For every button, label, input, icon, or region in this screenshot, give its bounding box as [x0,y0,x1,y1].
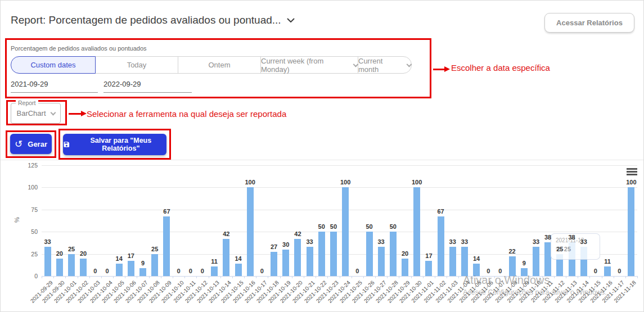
save-button[interactable]: Salvar para "Meus Relatórios" [63,134,166,155]
chart-bar[interactable] [378,247,385,276]
bar-value-label: 33 [37,238,59,245]
chart-bar[interactable] [307,247,313,276]
save-icon [63,141,70,148]
date-range-tab-group: Custom dates Today Ontem Current week (f… [11,56,412,74]
bar-value-label: 100 [406,179,428,186]
bar-value-label: 14 [227,255,250,262]
chart-bar[interactable] [235,264,242,276]
chart-bar[interactable] [425,261,432,276]
chart-bar[interactable] [330,232,337,276]
bar-value-label: 38 [537,234,559,241]
bar-value-label: 42 [286,230,309,237]
bar-value-label: 0 [608,268,631,274]
date-annotation-text: Escolher a data específica [451,63,550,73]
bar-value-label: 100 [239,179,262,186]
y-axis-label: 25 [15,251,38,257]
bar-value-label: 50 [382,223,404,230]
tab-custom-dates[interactable]: Custom dates [11,56,96,74]
bar-value-label: 67 [155,208,178,215]
bar-value-label: 0 [346,268,368,274]
chevron-down-icon [407,61,412,67]
chart-bar[interactable] [402,259,408,277]
y-axis-title: % [13,217,20,223]
gridline [42,165,637,166]
bar-value-label: 25 [143,246,166,252]
bar-value-label: 0 [584,268,607,274]
bar-value-label: 67 [430,208,452,215]
chart-bar[interactable] [247,187,254,276]
chevron-down-icon [50,110,56,115]
filter-section-label: Porcentagem de pedidos avaliados ou pont… [11,45,147,52]
report-annotation-text: Selecionar a ferramenta na qual deseja s… [87,109,286,119]
bar-value-label: 22 [501,248,524,255]
tab-ontem[interactable]: Ontem [178,56,261,74]
bar-value-label: 100 [334,179,357,186]
bar-value-label: 25 [548,246,571,252]
generate-button-label: Gerar [28,140,47,148]
report-title-dropdown[interactable]: Report: Porcentagem de pedidos avaliados… [11,14,295,26]
save-button-label: Salvar para "Meus Relatórios" [75,137,166,152]
chevron-down-icon [287,18,295,23]
tab-label: Custom dates [30,61,75,69]
y-axis-label: 100 [15,184,38,191]
date-annotation-arrow [433,66,450,72]
bar-value-label: 17 [417,252,440,259]
generate-button[interactable]: ↺ Gerar [10,134,52,154]
tab-today[interactable]: Today [95,56,178,74]
bar-value-label: 33 [453,238,476,245]
report-annotation-arrow [69,111,87,116]
tab-label: Today [127,61,147,69]
gridline [42,187,637,188]
y-axis-label: 125 [15,162,38,169]
bar-value-label: 11 [203,258,226,265]
bar-value-label: 9 [132,260,154,266]
axis-tick [637,276,638,278]
date-to-input[interactable] [103,79,192,93]
bar-value-label: 33 [573,238,595,245]
windows-activation-watermark-sub: Acesse Configurações para ativar o Windo… [463,288,607,296]
tab-current-month-select[interactable]: Current month [358,56,412,74]
tab-label: Current month [358,57,403,74]
chart-bar[interactable] [628,187,634,276]
date-from-input[interactable] [11,79,98,93]
refresh-icon: ↺ [15,139,22,149]
tab-label: Ontem [208,61,230,69]
chart-bar[interactable] [282,250,289,276]
y-axis-label: 50 [15,228,38,235]
report-page: Report: Porcentagem de pedidos avaliados… [0,0,644,312]
bar-value-label: 0 [191,268,214,274]
bar-value-label: 33 [299,238,321,245]
bar-value-label: 17 [120,252,142,259]
bar-value-label: 0 [96,268,119,274]
bar-value-label: 30 [274,241,297,248]
bar-value-label: 0 [251,268,273,274]
bar-value-label: 14 [465,255,488,262]
chart-bar[interactable] [56,259,63,277]
chart-bar[interactable] [438,216,444,276]
chart-bar[interactable] [68,254,75,276]
page-title: Report: Porcentagem de pedidos avaliados… [11,14,281,26]
chart-bar[interactable] [342,187,349,276]
report-select-label: Report [16,100,38,106]
tab-label: Current week (from Monday) [261,57,349,74]
chart-bar[interactable] [413,187,420,276]
bar-value-label: 42 [215,230,237,237]
bar-value-label: 50 [322,223,345,230]
chart-bar[interactable] [139,268,146,276]
bar-value-label: 20 [394,250,416,257]
report-select-value: BarChart [16,109,46,117]
access-reports-button[interactable]: Acessar Relatórios [544,13,634,33]
y-axis-label: 75 [15,206,38,213]
bar-value-label: 50 [358,223,381,230]
bar-value-label: 33 [370,238,393,245]
bar-value-label: 9 [513,260,535,266]
bar-value-label: 11 [596,258,619,265]
bar-chart: % 2021-11-12 %25 Ativar o Windows Acesse… [1,161,644,312]
chart-bar[interactable] [449,247,456,276]
windows-activation-watermark: Ativar o Windows [463,274,550,287]
tab-current-week-select[interactable]: Current week (from Monday) [260,56,358,74]
y-axis-label: 0 [15,273,38,279]
chart-card-divider [1,160,644,160]
bar-value-label: 20 [72,250,94,257]
chart-menu-icon[interactable] [627,168,637,177]
